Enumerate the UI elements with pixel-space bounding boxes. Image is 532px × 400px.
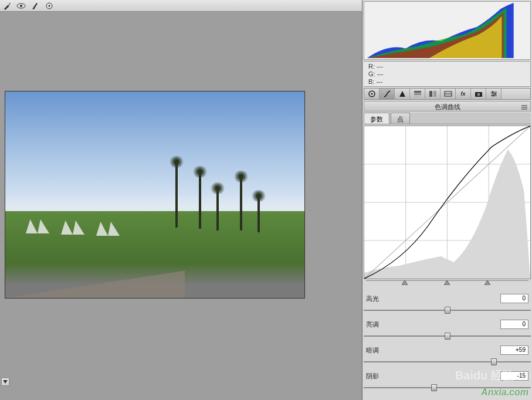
slider-darks: 暗调 +59 bbox=[362, 341, 532, 362]
region-split-track[interactable] bbox=[366, 280, 528, 287]
tab-lens-icon[interactable] bbox=[440, 89, 456, 99]
readout-b: B: --- bbox=[368, 78, 526, 86]
darks-label: 暗调 bbox=[366, 346, 395, 355]
lights-track[interactable] bbox=[364, 335, 531, 337]
curve-editor[interactable] bbox=[364, 126, 531, 279]
canvas-area bbox=[0, 12, 358, 387]
svg-point-5 bbox=[371, 93, 372, 95]
target-icon[interactable] bbox=[45, 1, 54, 11]
highlights-value[interactable]: 0 bbox=[500, 294, 528, 303]
darks-value[interactable]: +59 bbox=[500, 345, 528, 355]
image-preview[interactable] bbox=[5, 91, 305, 299]
tab-split-icon[interactable] bbox=[425, 89, 440, 99]
darks-track[interactable] bbox=[364, 361, 531, 362]
readout-r: R: --- bbox=[368, 63, 526, 70]
lights-label: 亮调 bbox=[366, 320, 395, 329]
palm-tree bbox=[175, 163, 178, 228]
svg-point-3 bbox=[49, 5, 50, 6]
tab-presets-icon[interactable] bbox=[486, 89, 501, 99]
eyedropper-icon[interactable] bbox=[2, 1, 12, 11]
shadows-label: 阴影 bbox=[366, 372, 395, 381]
right-panel: R: --- G: --- B: --- fx 色调曲线 参数 点 bbox=[362, 0, 532, 400]
lights-value[interactable]: 0 bbox=[500, 320, 528, 329]
highlights-thumb[interactable] bbox=[445, 307, 450, 314]
svg-rect-9 bbox=[429, 91, 432, 97]
svg-point-20 bbox=[492, 95, 494, 97]
highlights-track[interactable] bbox=[364, 310, 531, 311]
slider-highlights: 高光 0 bbox=[362, 290, 532, 311]
svg-rect-10 bbox=[433, 91, 436, 97]
eye-icon[interactable] bbox=[16, 1, 26, 11]
curve-svg bbox=[364, 126, 530, 279]
svg-point-18 bbox=[492, 91, 493, 93]
palm-tree bbox=[216, 189, 219, 230]
watermark-anxia: Anxia.com bbox=[481, 387, 528, 398]
tab-parametric[interactable]: 参数 bbox=[364, 113, 389, 124]
slider-lights: 亮调 0 bbox=[362, 316, 532, 337]
brush-icon[interactable] bbox=[31, 1, 40, 11]
split-marker-shadows[interactable] bbox=[402, 280, 408, 285]
watermark-baidu: Baidu 经验 bbox=[455, 368, 514, 384]
svg-rect-7 bbox=[414, 93, 421, 95]
svg-point-14 bbox=[477, 93, 480, 96]
panel-title: 色调曲线 bbox=[364, 101, 531, 111]
rgb-readout: R: --- G: --- B: --- bbox=[364, 61, 531, 87]
readout-g: G: --- bbox=[368, 70, 526, 78]
panel-title-label: 色调曲线 bbox=[435, 103, 460, 110]
panel-menu-icon[interactable] bbox=[521, 103, 528, 113]
tab-point[interactable]: 点 bbox=[391, 113, 410, 124]
svg-rect-6 bbox=[414, 91, 421, 93]
histogram-svg bbox=[364, 2, 530, 59]
tab-basic-icon[interactable] bbox=[364, 89, 379, 99]
shadows-thumb[interactable] bbox=[431, 384, 437, 391]
highlights-label: 高光 bbox=[366, 294, 395, 303]
svg-point-19 bbox=[494, 93, 496, 95]
svg-point-1 bbox=[20, 5, 22, 7]
palm-tree bbox=[257, 197, 260, 232]
tab-hsl-icon[interactable] bbox=[410, 89, 425, 99]
tab-detail-icon[interactable] bbox=[395, 89, 410, 99]
palm-tree bbox=[199, 173, 201, 229]
panel-tab-strip: fx bbox=[364, 88, 531, 100]
darks-thumb[interactable] bbox=[491, 358, 497, 365]
tab-fx-icon[interactable]: fx bbox=[456, 89, 471, 99]
curve-subtabs: 参数 点 bbox=[364, 113, 531, 124]
palm-tree bbox=[240, 178, 242, 230]
zoom-menu-button[interactable] bbox=[1, 378, 9, 386]
histogram bbox=[364, 1, 531, 60]
split-marker-mid[interactable] bbox=[444, 280, 450, 285]
tab-camera-icon[interactable] bbox=[471, 89, 486, 99]
lights-thumb[interactable] bbox=[445, 333, 450, 340]
split-marker-highlights[interactable] bbox=[484, 280, 490, 285]
tab-curve-icon[interactable] bbox=[379, 89, 395, 99]
svg-rect-8 bbox=[414, 96, 421, 97]
